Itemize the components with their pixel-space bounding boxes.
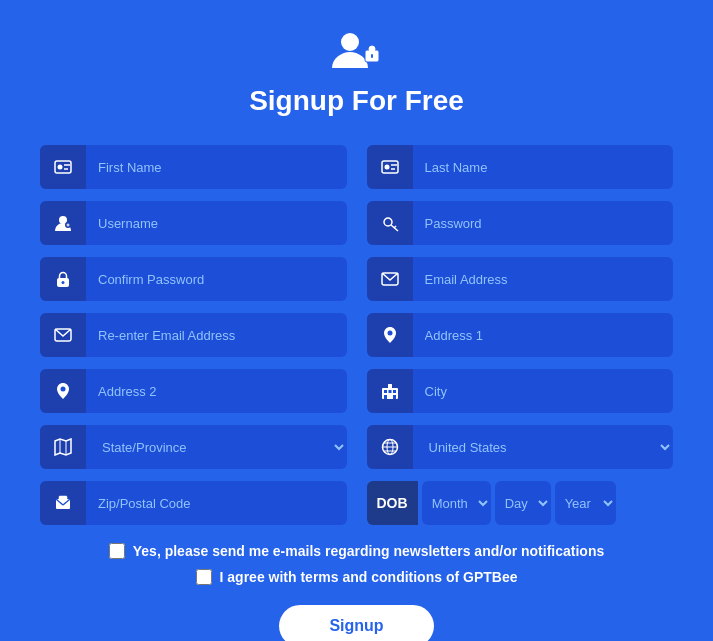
user-icon [40,201,86,245]
confirm-password-input[interactable] [86,257,347,301]
re-email-input[interactable] [86,313,347,357]
username-field [40,201,347,245]
email-input[interactable] [413,257,674,301]
state-select[interactable]: State/Province AlabamaAlaskaArizona Cali… [86,425,347,469]
building-icon [367,369,413,413]
username-input[interactable] [86,201,347,245]
newsletter-row: Yes, please send me e-mails regarding ne… [40,543,673,559]
svg-rect-30 [393,395,396,399]
city-field [367,369,674,413]
zip-input[interactable] [86,481,347,525]
signup-btn-wrapper: Signup [40,605,673,641]
svg-point-23 [387,331,392,336]
svg-point-16 [384,218,392,226]
svg-rect-8 [382,161,398,173]
state-field: State/Province AlabamaAlaskaArizona Cali… [40,425,347,469]
signup-button[interactable]: Signup [279,605,433,641]
first-name-field [40,145,347,189]
lock-icon [40,257,86,301]
dob-year-select[interactable]: Year 2005200019951990 1985198019751970 [555,481,616,525]
svg-rect-2 [369,46,375,52]
password-field [367,201,674,245]
location-icon [367,313,413,357]
svg-rect-3 [371,54,373,58]
mail-icon [40,481,86,525]
id-icon [40,145,86,189]
password-input[interactable] [413,201,674,245]
signup-container: Signup For Free [0,0,713,641]
globe-icon [367,425,413,469]
key-icon [367,201,413,245]
country-field: United States CanadaUnited KingdomAustra… [367,425,674,469]
country-select[interactable]: United States CanadaUnited KingdomAustra… [413,425,674,469]
svg-point-20 [62,281,65,284]
re-email-field [40,313,347,357]
svg-point-9 [384,165,389,170]
svg-point-12 [59,216,67,224]
address2-input[interactable] [86,369,347,413]
svg-rect-28 [393,390,396,393]
zip-field [40,481,347,525]
location-icon-2 [40,369,86,413]
dob-label: DOB [367,481,418,525]
svg-rect-26 [384,390,387,393]
terms-label[interactable]: I agree with terms and conditions of GPT… [220,569,518,585]
map-icon [40,425,86,469]
svg-rect-42 [59,496,67,501]
page-title: Signup For Free [40,85,673,117]
address1-field [367,313,674,357]
dob-month-select[interactable]: Month JanFebMarApr MayJunJulAug SepOctNo… [422,481,491,525]
form-grid: State/Province AlabamaAlaskaArizona Cali… [40,145,673,525]
svg-rect-4 [55,161,71,173]
svg-rect-29 [384,395,387,399]
page-header: Signup For Free [40,30,673,117]
address1-input[interactable] [413,313,674,357]
svg-line-18 [394,226,396,228]
confirm-password-field [40,257,347,301]
email-icon [367,257,413,301]
last-name-field [367,145,674,189]
dob-day-select[interactable]: Day 12345 678910 15202531 [495,481,551,525]
dob-row: DOB Month JanFebMarApr MayJunJulAug SepO… [367,481,674,525]
last-name-input[interactable] [413,145,674,189]
newsletter-checkbox[interactable] [109,543,125,559]
header-icon [40,30,673,79]
city-input[interactable] [413,369,674,413]
svg-rect-31 [388,384,392,388]
svg-point-0 [341,33,359,51]
first-name-input[interactable] [86,145,347,189]
checkboxes-section: Yes, please send me e-mails regarding ne… [40,543,673,585]
id-icon-2 [367,145,413,189]
email-icon-2 [40,313,86,357]
svg-point-24 [61,387,66,392]
svg-rect-27 [388,390,391,393]
terms-checkbox[interactable] [196,569,212,585]
newsletter-label[interactable]: Yes, please send me e-mails regarding ne… [133,543,605,559]
terms-row: I agree with terms and conditions of GPT… [40,569,673,585]
svg-point-5 [58,165,63,170]
email-field [367,257,674,301]
address2-field [40,369,347,413]
